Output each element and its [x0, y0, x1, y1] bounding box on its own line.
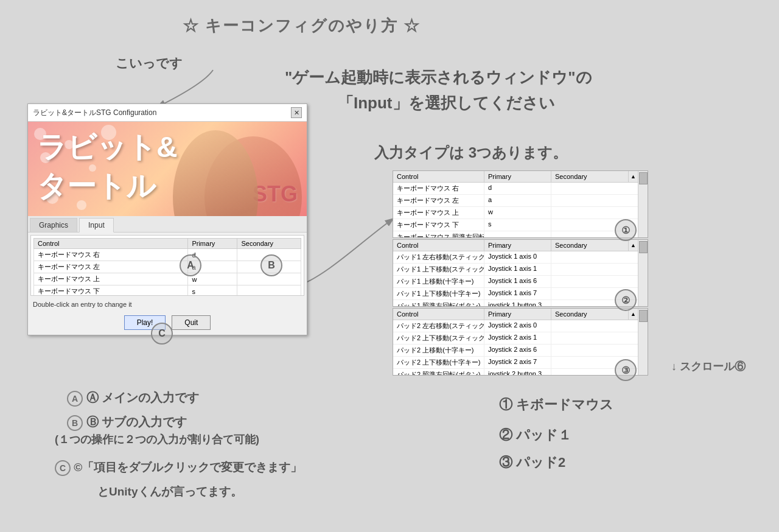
list-item: パッド1 上下移動(十字キー)Joystick 1 axis 7 — [393, 288, 638, 300]
cell-secondary — [551, 320, 638, 332]
list-item: キーボードマウス 上w — [393, 207, 638, 219]
list-item: パッド1 照準左回転(ボタン)joystick 1 button 3 — [393, 300, 638, 306]
circle-a: A — [67, 391, 83, 407]
list-item: キーボードマウス 左a — [393, 195, 638, 207]
section2-body: パッド1 左右移動(スティック)Joystick 1 axis 0パッド1 上下… — [393, 251, 638, 306]
list-item: キーボードマウス 右d — [393, 183, 638, 195]
section3-header: Control Primary Secondary ▲ — [393, 309, 638, 320]
cell-secondary — [551, 207, 638, 219]
cell-primary: Joystick 2 axis 0 — [484, 320, 551, 332]
cell-control: パッド1 上下移動(スティック) — [393, 264, 484, 275]
cell-secondary — [551, 251, 638, 263]
cell-control: キーボードマウス 左 — [34, 261, 188, 273]
circle-b-label: B — [260, 254, 282, 276]
type1-label: ① キボードマウス — [499, 396, 613, 414]
circle-b: B — [67, 415, 83, 431]
cell-secondary — [551, 264, 638, 275]
table-row: キーボードマウス 下s — [34, 285, 301, 296]
s1-secondary-col: Secondary — [551, 171, 628, 182]
section2-scrollbar[interactable] — [638, 240, 648, 306]
tab-graphics[interactable]: Graphics — [30, 218, 77, 232]
circle-2: ② — [615, 289, 637, 311]
s3-primary-col: Primary — [484, 309, 551, 320]
config-titlebar: ラビット&タートルSTG Configuration ✕ — [28, 104, 307, 122]
annotation-a: A Ⓐ メインの入力です — [67, 390, 199, 407]
subtitle2: "ゲーム起動時に表示されるウィンドウ"の — [285, 67, 592, 88]
cell-control: パッド2 上下移動(十字キー) — [393, 357, 484, 368]
s3-control-col: Control — [393, 309, 484, 320]
cell-control: パッド2 上下移動(スティック) — [393, 332, 484, 344]
cell-control: キーボードマウス 下 — [393, 219, 484, 231]
cell-secondary — [237, 285, 301, 296]
cell-secondary — [551, 276, 638, 287]
cell-control: パッド1 上下移動(十字キー) — [393, 288, 484, 299]
col-primary-header: Primary — [188, 239, 237, 249]
cell-primary: Joystick 1 axis 0 — [484, 251, 551, 263]
section1-scrollbar[interactable] — [638, 171, 648, 237]
s1-primary-col: Primary — [484, 171, 551, 182]
cell-primary: d — [484, 183, 551, 194]
circle-c-bottom: C — [55, 460, 71, 476]
pad1-section: Control Primary Secondary ▲ パッド1 左右移動(ステ… — [393, 239, 648, 307]
cell-secondary — [551, 183, 638, 194]
list-item: キーボードマウス 照準左回転, — [393, 231, 638, 237]
circle-a-label: A — [180, 254, 201, 276]
cell-primary: s — [484, 219, 551, 231]
cell-primary: joystick 2 button 3 — [484, 369, 551, 375]
list-item: パッド2 左右移動(スティック)Joystick 2 axis 0 — [393, 320, 638, 332]
cell-secondary — [551, 345, 638, 356]
cell-primary: joystick 1 button 3 — [484, 300, 551, 306]
circle-1: ① — [615, 219, 637, 241]
list-item: パッド2 上移動(十字キー)Joystick 2 axis 6 — [393, 345, 638, 357]
s1-scroll-thumb[interactable] — [639, 172, 648, 184]
circle-c-label: C — [151, 323, 173, 345]
s1-control-col: Control — [393, 171, 484, 182]
cell-primary: Joystick 2 axis 7 — [484, 357, 551, 368]
quit-button[interactable]: Quit — [172, 315, 211, 330]
list-item: パッド2 照準左回転(ボタン)joystick 2 button 3 — [393, 369, 638, 375]
section3-scrollbar[interactable] — [638, 309, 648, 375]
col-secondary-header: Secondary — [237, 239, 301, 249]
tab-input[interactable]: Input — [79, 218, 114, 233]
cell-primary: Joystick 2 axis 6 — [484, 345, 551, 356]
cell-primary: Joystick 1 axis 7 — [484, 288, 551, 299]
s3-scroll-thumb[interactable] — [639, 310, 648, 322]
cell-control: パッド2 上移動(十字キー) — [393, 345, 484, 356]
config-tabs: Graphics Input — [28, 216, 307, 233]
cell-control: キーボードマウス 上 — [34, 273, 188, 285]
cell-primary: w — [484, 207, 551, 219]
list-item: キーボードマウス 下s — [393, 219, 638, 231]
section2-header: Control Primary Secondary ▲ — [393, 240, 638, 251]
cell-control: キーボードマウス 右 — [34, 249, 188, 261]
s2-scroll-thumb[interactable] — [639, 241, 648, 253]
section1-body: キーボードマウス 右dキーボードマウス 左aキーボードマウス 上wキーボードマウ… — [393, 183, 638, 237]
cell-secondary — [551, 332, 638, 344]
scroll-indicator: ↓ スクロール⑥ — [671, 359, 746, 374]
game-banner: ラビット&タートル STG — [28, 122, 307, 216]
cell-primary: , — [484, 231, 551, 237]
input-types-label: 入力タイプは 3つあります。 — [374, 143, 567, 163]
cell-control: パッド2 照準左回転(ボタン) — [393, 369, 484, 375]
pad2-section: Control Primary Secondary ▲ パッド2 左右移動(ステ… — [393, 308, 648, 376]
input-tables: Control Primary Secondary ▲ キーボードマウス 右dキ… — [393, 170, 648, 377]
annotation-c: C ©「項目をダブルクリックで変更できます」 — [55, 460, 302, 476]
annotation-b: B Ⓑ サブの入力です — [67, 414, 187, 431]
list-item: パッド1 上移動(十字キー)Joystick 1 axis 6 — [393, 276, 638, 288]
config-hint: Double-click an entry to change it — [28, 298, 307, 310]
keyboard-section: Control Primary Secondary ▲ キーボードマウス 右dキ… — [393, 170, 648, 238]
list-item: パッド2 上下移動(スティック)Joystick 2 axis 1 — [393, 332, 638, 345]
list-item: パッド2 上下移動(十字キー)Joystick 2 axis 7 — [393, 357, 638, 369]
type2-label: ② パッド１ — [499, 426, 571, 444]
config-title: ラビット&タートルSTG Configuration — [33, 108, 156, 118]
cell-primary: s — [188, 285, 237, 296]
config-window: ラビット&タートルSTG Configuration ✕ ラビット&タートル S… — [27, 103, 307, 335]
cell-control: キーボードマウス 照準左回転 — [393, 231, 484, 237]
close-button[interactable]: ✕ — [291, 107, 302, 118]
cell-control: パッド1 上移動(十字キー) — [393, 276, 484, 287]
col-control-header: Control — [34, 239, 188, 249]
banner-title-jp: ラビット&タートル — [37, 128, 178, 206]
cell-primary: a — [484, 195, 551, 206]
s2-primary-col: Primary — [484, 240, 551, 251]
subtitle3: 「Input」を選択してください — [338, 93, 555, 114]
subtitle1: こいっです — [116, 55, 183, 72]
